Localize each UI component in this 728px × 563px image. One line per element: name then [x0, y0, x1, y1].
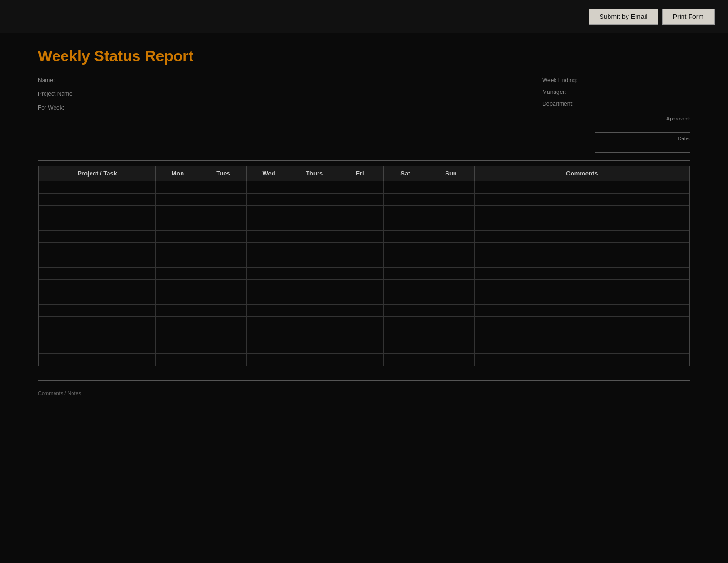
cell-sat[interactable]: [383, 255, 429, 268]
cell-comments[interactable]: [474, 280, 689, 292]
cell-sat[interactable]: [383, 317, 429, 329]
input-fri[interactable]: [340, 308, 382, 314]
cell-wed[interactable]: [247, 181, 292, 194]
input-fri[interactable]: [340, 320, 382, 327]
input-fri[interactable]: [340, 222, 382, 228]
input-mon[interactable]: [158, 345, 199, 351]
input-sat[interactable]: [386, 209, 427, 216]
cell-mon[interactable]: [156, 354, 201, 366]
cell-sat[interactable]: [383, 354, 429, 366]
cell-sat[interactable]: [383, 268, 429, 280]
cell-comments[interactable]: [474, 243, 689, 255]
cell-sat[interactable]: [383, 194, 429, 206]
input-mon[interactable]: [158, 258, 199, 265]
cell-tue[interactable]: [201, 243, 247, 255]
input-tue[interactable]: [203, 295, 245, 302]
print-form-button[interactable]: Print Form: [662, 9, 715, 25]
input-project-task[interactable]: [41, 283, 154, 290]
input-tue[interactable]: [203, 271, 245, 277]
cell-project-task[interactable]: [39, 231, 156, 243]
input-mon[interactable]: [158, 246, 199, 253]
cell-tue[interactable]: [201, 218, 247, 231]
cell-tue[interactable]: [201, 268, 247, 280]
input-mon[interactable]: [158, 185, 199, 191]
input-fri[interactable]: [340, 185, 382, 191]
cell-fri[interactable]: [338, 305, 383, 317]
input-tue[interactable]: [203, 258, 245, 265]
input-sat[interactable]: [386, 185, 427, 191]
input-wed[interactable]: [249, 222, 290, 228]
input-mon[interactable]: [158, 295, 199, 302]
cell-thu[interactable]: [292, 305, 338, 317]
cell-comments[interactable]: [474, 329, 689, 341]
cell-mon[interactable]: [156, 341, 201, 354]
input-wed[interactable]: [249, 283, 290, 290]
input-fri[interactable]: [340, 295, 382, 302]
cell-sun[interactable]: [429, 317, 474, 329]
input-tue[interactable]: [203, 320, 245, 327]
cell-thu[interactable]: [292, 317, 338, 329]
input-wed[interactable]: [249, 197, 290, 203]
input-project-task[interactable]: [41, 258, 154, 265]
input-sun[interactable]: [431, 271, 473, 277]
cell-thu[interactable]: [292, 181, 338, 194]
input-project-task[interactable]: [41, 185, 154, 191]
input-project-task[interactable]: [41, 246, 154, 253]
cell-fri[interactable]: [338, 206, 383, 218]
cell-sun[interactable]: [429, 243, 474, 255]
cell-fri[interactable]: [338, 231, 383, 243]
cell-tue[interactable]: [201, 255, 247, 268]
cell-tue[interactable]: [201, 329, 247, 341]
cell-fri[interactable]: [338, 354, 383, 366]
cell-mon[interactable]: [156, 317, 201, 329]
cell-sat[interactable]: [383, 292, 429, 305]
cell-comments[interactable]: [474, 268, 689, 280]
input-fri[interactable]: [340, 283, 382, 290]
cell-fri[interactable]: [338, 292, 383, 305]
input-mon[interactable]: [158, 320, 199, 327]
cell-fri[interactable]: [338, 181, 383, 194]
input-sat[interactable]: [386, 283, 427, 290]
cell-sun[interactable]: [429, 206, 474, 218]
cell-project-task[interactable]: [39, 317, 156, 329]
input-sat[interactable]: [386, 308, 427, 314]
cell-mon[interactable]: [156, 292, 201, 305]
cell-thu[interactable]: [292, 341, 338, 354]
cell-fri[interactable]: [338, 341, 383, 354]
cell-project-task[interactable]: [39, 341, 156, 354]
input-mon[interactable]: [158, 234, 199, 240]
cell-sun[interactable]: [429, 218, 474, 231]
input-comments[interactable]: [477, 258, 687, 265]
input-thu[interactable]: [294, 283, 336, 290]
input-thu[interactable]: [294, 185, 336, 191]
cell-sun[interactable]: [429, 305, 474, 317]
cell-comments[interactable]: [474, 292, 689, 305]
cell-sun[interactable]: [429, 268, 474, 280]
input-wed[interactable]: [249, 308, 290, 314]
cell-thu[interactable]: [292, 292, 338, 305]
cell-tue[interactable]: [201, 280, 247, 292]
input-comments[interactable]: [477, 222, 687, 228]
cell-comments[interactable]: [474, 181, 689, 194]
input-project-task[interactable]: [41, 209, 154, 216]
input-project-task[interactable]: [41, 345, 154, 351]
input-project-task[interactable]: [41, 234, 154, 240]
cell-sun[interactable]: [429, 194, 474, 206]
cell-comments[interactable]: [474, 206, 689, 218]
cell-tue[interactable]: [201, 206, 247, 218]
cell-thu[interactable]: [292, 329, 338, 341]
cell-mon[interactable]: [156, 268, 201, 280]
input-comments[interactable]: [477, 246, 687, 253]
input-thu[interactable]: [294, 320, 336, 327]
input-tue[interactable]: [203, 308, 245, 314]
cell-project-task[interactable]: [39, 292, 156, 305]
cell-sat[interactable]: [383, 231, 429, 243]
cell-thu[interactable]: [292, 280, 338, 292]
input-comments[interactable]: [477, 332, 687, 339]
input-sat[interactable]: [386, 197, 427, 203]
cell-tue[interactable]: [201, 317, 247, 329]
cell-project-task[interactable]: [39, 329, 156, 341]
cell-sat[interactable]: [383, 329, 429, 341]
input-comments[interactable]: [477, 283, 687, 290]
cell-comments[interactable]: [474, 255, 689, 268]
